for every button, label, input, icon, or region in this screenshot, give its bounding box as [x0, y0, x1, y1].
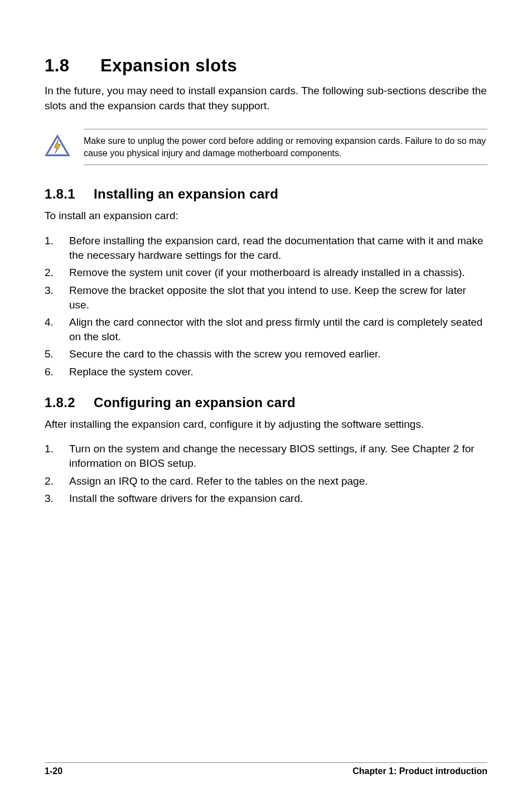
- list-item: Remove the bracket opposite the slot tha…: [45, 283, 487, 312]
- intro-paragraph: In the future, you may need to install e…: [45, 84, 487, 113]
- warning-bolt-icon: [45, 134, 70, 157]
- list-item: Before installing the expansion card, re…: [45, 234, 487, 262]
- list-item: Install the software drivers for the exp…: [45, 491, 487, 506]
- footer-chapter-title: Chapter 1: Product introduction: [352, 766, 487, 776]
- heading-number: 1.8: [45, 56, 100, 76]
- subheading-configure: 1.8.2Configuring an expansion card: [45, 395, 487, 410]
- subheading-configure-title: Configuring an expansion card: [94, 395, 296, 410]
- list-item: Secure the card to the chassis with the …: [45, 347, 487, 361]
- warning-text: Make sure to unplug the power cord befor…: [84, 129, 487, 165]
- configure-steps-list: Turn on the system and change the necess…: [45, 442, 487, 506]
- heading-title: Expansion slots: [100, 56, 237, 75]
- footer-page-number: 1-20: [45, 766, 62, 776]
- list-item: Replace the system cover.: [45, 365, 487, 379]
- main-heading: 1.8Expansion slots: [45, 56, 487, 76]
- subheading-install: 1.8.1Installing an expansion card: [45, 186, 487, 202]
- subheading-install-number: 1.8.1: [45, 186, 94, 202]
- install-lead: To install an expansion card:: [45, 209, 487, 224]
- page-footer: 1-20 Chapter 1: Product introduction: [45, 762, 487, 776]
- list-item: Remove the system unit cover (if your mo…: [45, 265, 487, 280]
- subheading-install-title: Installing an expansion card: [94, 186, 278, 201]
- install-steps-list: Before installing the expansion card, re…: [45, 234, 487, 379]
- configure-lead: After installing the expansion card, con…: [45, 417, 487, 432]
- warning-callout: Make sure to unplug the power cord befor…: [45, 129, 487, 165]
- subheading-configure-number: 1.8.2: [45, 395, 94, 410]
- list-item: Align the card connector with the slot a…: [45, 315, 487, 344]
- list-item: Assign an IRQ to the card. Refer to the …: [45, 474, 487, 489]
- list-item: Turn on the system and change the necess…: [45, 442, 487, 470]
